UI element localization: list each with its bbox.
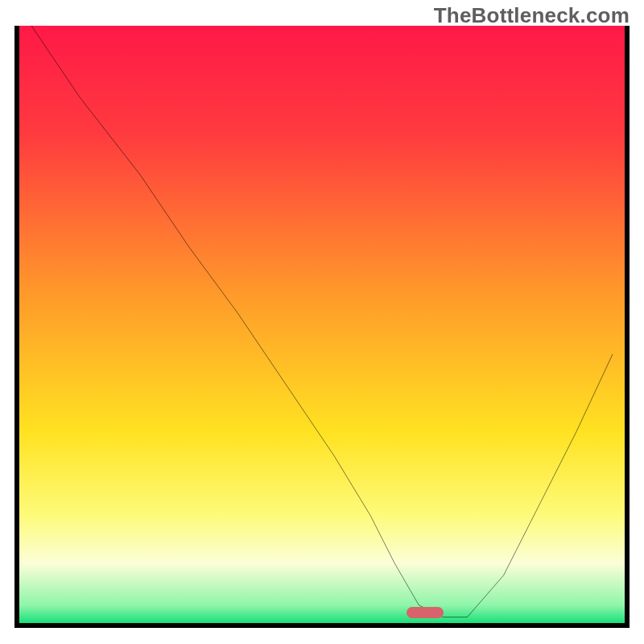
watermark-text: TheBottleneck.com	[434, 3, 630, 28]
optimal-marker	[407, 607, 444, 618]
curve-path	[31, 26, 613, 617]
bottleneck-curve	[19, 26, 625, 623]
plot-frame	[14, 26, 630, 628]
chart-container: TheBottleneck.com	[0, 0, 644, 644]
